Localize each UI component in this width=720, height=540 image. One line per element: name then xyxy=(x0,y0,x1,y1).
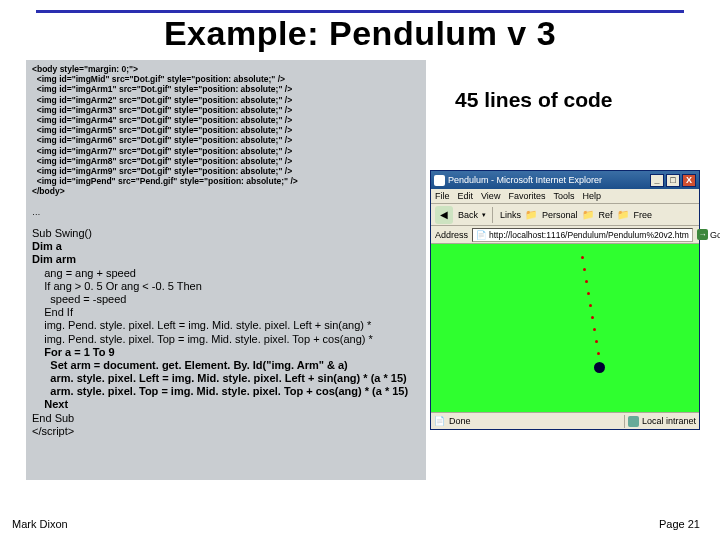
browser-menubar: File Edit View Favorites Tools Help xyxy=(431,189,699,204)
code-sub-9: For a = 1 To 9 xyxy=(32,346,115,358)
code-img-5: <img id="imgArm5" src="Dot.gif" style="p… xyxy=(32,125,292,135)
page-number: 21 xyxy=(688,518,700,530)
code-listing: <body style="margin: 0;"> <img id="imgMi… xyxy=(26,60,426,480)
pendulum-bob xyxy=(594,362,605,373)
go-arrow-icon: → xyxy=(697,229,708,240)
back-label[interactable]: Back xyxy=(458,210,478,220)
menu-file[interactable]: File xyxy=(435,191,450,201)
code-sub-0: Sub Swing() xyxy=(32,227,92,239)
code-img-2: <img id="imgArm2" src="Dot.gif" style="p… xyxy=(32,95,292,105)
pendulum-arm-dot xyxy=(595,340,598,343)
browser-window: Pendulum - Microsoft Internet Explorer _… xyxy=(430,170,700,430)
code-body-close: </body> xyxy=(32,186,65,196)
code-img-8: <img id="imgArm8" src="Dot.gif" style="p… xyxy=(32,156,292,166)
pendulum-arm-dot xyxy=(593,328,596,331)
code-sub-15: </script> xyxy=(32,425,74,437)
code-img-6: <img id="imgArm6" src="Dot.gif" style="p… xyxy=(32,135,292,145)
ref-label[interactable]: Ref xyxy=(599,210,613,220)
browser-statusbar: 📄 Done Local intranet xyxy=(431,412,699,429)
code-img-7: <img id="imgArm7" src="Dot.gif" style="p… xyxy=(32,146,292,156)
pendulum-arm-dot xyxy=(581,256,584,259)
page-icon: 📄 xyxy=(476,230,487,240)
code-img-4: <img id="imgArm4" src="Dot.gif" style="p… xyxy=(32,115,292,125)
go-button[interactable]: → Go xyxy=(697,229,720,240)
go-label: Go xyxy=(710,230,720,240)
code-img-9: <img id="imgArm9" src="Dot.gif" style="p… xyxy=(32,166,292,176)
code-ellipsis: … xyxy=(32,207,41,217)
ie-icon xyxy=(434,175,445,186)
code-sub-3: ang = ang + speed xyxy=(32,267,136,279)
pendulum-arm-dot xyxy=(597,352,600,355)
status-zone: Local intranet xyxy=(642,416,696,426)
folder-icon-3[interactable]: 📁 xyxy=(617,209,629,220)
code-sub-2: Dim arm xyxy=(32,253,76,265)
code-sub-10: Set arm = document. get. Element. By. Id… xyxy=(32,359,348,371)
menu-favorites[interactable]: Favorites xyxy=(508,191,545,201)
browser-titlebar[interactable]: Pendulum - Microsoft Internet Explorer _… xyxy=(431,171,699,189)
pendulum-arm-dot xyxy=(585,280,588,283)
page-prefix: Page xyxy=(659,518,688,530)
address-value: http://localhost:1116/Pendulum/Pendulum%… xyxy=(489,230,689,240)
browser-title: Pendulum - Microsoft Internet Explorer xyxy=(448,175,602,185)
lines-of-code-label: 45 lines of code xyxy=(455,88,613,112)
code-sub-13: Next xyxy=(32,398,68,410)
minimize-button[interactable]: _ xyxy=(650,174,664,187)
code-sub-4: If ang > 0. 5 Or ang < -0. 5 Then xyxy=(32,280,202,292)
code-img-3: <img id="imgArm3" src="Dot.gif" style="p… xyxy=(32,105,292,115)
footer-author: Mark Dixon xyxy=(12,518,68,530)
address-label: Address xyxy=(435,230,468,240)
toolbar-sep xyxy=(492,207,493,223)
address-field[interactable]: 📄 http://localhost:1116/Pendulum/Pendulu… xyxy=(472,228,693,242)
code-sub-1: Dim a xyxy=(32,240,62,252)
links-label[interactable]: Links xyxy=(500,210,521,220)
top-rule xyxy=(36,10,684,13)
code-sub-11: arm. style. pixel. Left = img. Mid. styl… xyxy=(32,372,407,384)
code-sub-5: speed = -speed xyxy=(32,293,126,305)
code-body-open: <body style="margin: 0;"> xyxy=(32,64,138,74)
browser-toolbar: ◀ Back ▾ Links 📁 Personal 📁 Ref 📁 Free xyxy=(431,204,699,226)
code-sub-6: End If xyxy=(32,306,73,318)
slide-title: Example: Pendulum v 3 xyxy=(0,14,720,53)
personal-label[interactable]: Personal xyxy=(542,210,578,220)
folder-icon-2[interactable]: 📁 xyxy=(582,209,594,220)
code-img-0: <img id="imgMid" src="Dot.gif" style="po… xyxy=(32,74,285,84)
folder-icon[interactable]: 📁 xyxy=(525,209,537,220)
menu-edit[interactable]: Edit xyxy=(458,191,474,201)
pendulum-arm-dot xyxy=(583,268,586,271)
status-sep xyxy=(624,415,625,428)
menu-view[interactable]: View xyxy=(481,191,500,201)
menu-tools[interactable]: Tools xyxy=(553,191,574,201)
browser-viewport xyxy=(431,244,699,412)
pendulum-arm-dot xyxy=(589,304,592,307)
code-img-1: <img id="imgArm1" src="Dot.gif" style="p… xyxy=(32,84,292,94)
back-icon[interactable]: ◀ xyxy=(435,206,453,224)
code-sub-12: arm. style. pixel. Top = img. Mid. style… xyxy=(32,385,408,397)
code-sub-7: img. Pend. style. pixel. Left = img. Mid… xyxy=(32,319,371,331)
code-sub-8: img. Pend. style. pixel. Top = img. Mid.… xyxy=(32,333,373,345)
code-sub-14: End Sub xyxy=(32,412,74,424)
done-icon: 📄 xyxy=(434,416,445,426)
close-button[interactable]: X xyxy=(682,174,696,187)
intranet-icon xyxy=(628,416,639,427)
free-label[interactable]: Free xyxy=(634,210,653,220)
code-img-10: <img id="imgPend" src="Pend.gif" style="… xyxy=(32,176,298,186)
footer-page: Page 21 xyxy=(659,518,700,530)
pendulum-arm-dot xyxy=(587,292,590,295)
maximize-button[interactable]: □ xyxy=(666,174,680,187)
status-text: Done xyxy=(449,416,471,426)
menu-help[interactable]: Help xyxy=(582,191,601,201)
pendulum-arm-dot xyxy=(591,316,594,319)
browser-addressbar: Address 📄 http://localhost:1116/Pendulum… xyxy=(431,226,699,244)
